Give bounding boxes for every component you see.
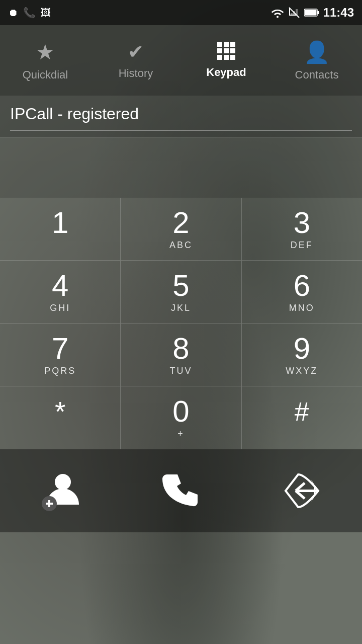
- key-5[interactable]: 5 JKL: [121, 261, 241, 323]
- tab-contacts[interactable]: 👤 Contacts: [272, 25, 362, 96]
- svg-rect-5: [305, 10, 316, 16]
- contacts-label: Contacts: [295, 68, 339, 82]
- svg-rect-9: [48, 500, 50, 507]
- key-6[interactable]: 6 MNO: [242, 261, 362, 323]
- history-label: History: [119, 67, 153, 80]
- key-8[interactable]: 8 TUV: [121, 324, 241, 386]
- keypad-label: Keypad: [206, 66, 246, 79]
- tab-quickdial[interactable]: ★ Quickdial: [0, 25, 90, 96]
- call-button[interactable]: [151, 461, 211, 521]
- dialpad-row-4: * 0 + #: [0, 386, 362, 449]
- tab-history[interactable]: ✔ History: [90, 25, 181, 96]
- status-left-icons: ⏺ 📞 🖼: [8, 7, 51, 19]
- image-icon: 🖼: [41, 7, 51, 19]
- action-bar: [0, 449, 362, 532]
- number-display: [0, 137, 362, 198]
- grid-icon: [217, 42, 235, 60]
- status-time: 11:43: [323, 6, 354, 20]
- svg-rect-1: [293, 11, 295, 15]
- backspace-icon: [281, 469, 323, 512]
- svg-rect-4: [317, 11, 319, 14]
- key-star[interactable]: *: [0, 386, 121, 449]
- add-contact-icon: [39, 469, 82, 512]
- key-7[interactable]: 7 PQRS: [0, 324, 121, 386]
- phone-status-icon: 📞: [23, 7, 36, 19]
- dialpad-row-1: 1 2 ABC 3 DEF: [0, 198, 362, 261]
- record-icon: ⏺: [8, 7, 18, 19]
- key-2[interactable]: 2 ABC: [121, 198, 241, 260]
- key-3[interactable]: 3 DEF: [242, 198, 362, 260]
- nav-tabs: ★ Quickdial ✔ History Keypad 👤 Contacts: [0, 25, 362, 96]
- add-contact-button[interactable]: [30, 461, 90, 521]
- backspace-button[interactable]: [272, 461, 332, 521]
- status-bar: ⏺ 📞 🖼 11:43: [0, 0, 362, 25]
- dialpad: 1 2 ABC 3 DEF 4 GHI 5 JKL 6 MNO 7 PQRS: [0, 198, 362, 449]
- contacts-person-icon: 👤: [304, 40, 330, 64]
- star-icon: ★: [36, 40, 55, 64]
- key-0[interactable]: 0 +: [121, 386, 241, 449]
- key-hash[interactable]: #: [242, 386, 362, 449]
- wifi-icon: [271, 7, 284, 18]
- key-4[interactable]: 4 GHI: [0, 261, 121, 323]
- status-right-icons: 11:43: [271, 6, 354, 20]
- dialpad-row-2: 4 GHI 5 JKL 6 MNO: [0, 261, 362, 324]
- tab-keypad[interactable]: Keypad: [181, 25, 272, 96]
- signal-off-icon: [288, 7, 300, 19]
- check-circle-icon: ✔: [128, 41, 144, 63]
- battery-icon: [304, 8, 319, 17]
- ipcall-status: IPCall - registered: [10, 105, 352, 123]
- call-icon: [160, 469, 203, 512]
- key-9[interactable]: 9 WXYZ: [242, 324, 362, 386]
- status-divider: [10, 130, 352, 131]
- quickdial-label: Quickdial: [23, 68, 68, 82]
- key-1[interactable]: 1: [0, 198, 121, 260]
- svg-rect-2: [291, 13, 293, 15]
- svg-rect-0: [296, 9, 298, 15]
- svg-point-6: [55, 474, 71, 490]
- status-display: IPCall - registered: [0, 96, 362, 137]
- dialpad-row-3: 7 PQRS 8 TUV 9 WXYZ: [0, 324, 362, 386]
